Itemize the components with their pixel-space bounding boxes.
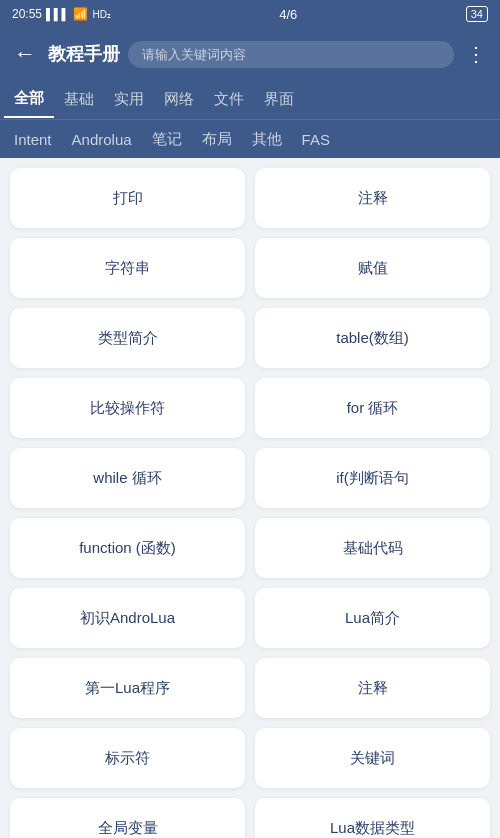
signal-icon: ▌▌▌: [46, 8, 69, 20]
tab-ui[interactable]: 界面: [254, 82, 304, 117]
list-item[interactable]: 赋值: [255, 238, 490, 298]
list-item[interactable]: 标示符: [10, 728, 245, 788]
list-item[interactable]: if(判断语句: [255, 448, 490, 508]
tab-bar-primary: 全部 基础 实用 网络 文件 界面: [0, 80, 500, 120]
page-title: 教程手册: [48, 42, 120, 66]
page-indicator: 4/6: [279, 7, 297, 22]
list-item[interactable]: for 循环: [255, 378, 490, 438]
list-item[interactable]: Lua数据类型: [255, 798, 490, 838]
tab-bar-secondary: Intent Androlua 笔记 布局 其他 FAS: [0, 120, 500, 158]
tab-all[interactable]: 全部: [4, 81, 54, 118]
tab-practical[interactable]: 实用: [104, 82, 154, 117]
tab-intent[interactable]: Intent: [4, 123, 62, 156]
app-header: ← 教程手册 ⋮: [0, 28, 500, 80]
tab-layout[interactable]: 布局: [192, 122, 242, 157]
search-input[interactable]: [128, 41, 454, 68]
list-item[interactable]: while 循环: [10, 448, 245, 508]
list-item[interactable]: table(数组): [255, 308, 490, 368]
status-left: 20:55 ▌▌▌ 📶 HD₂: [12, 7, 111, 21]
battery-indicator: 34: [466, 6, 488, 22]
list-item[interactable]: function (函数): [10, 518, 245, 578]
wifi-icon: 📶: [73, 7, 88, 21]
tab-notes[interactable]: 笔记: [142, 122, 192, 157]
tab-basic[interactable]: 基础: [54, 82, 104, 117]
time-display: 20:55: [12, 7, 42, 21]
tab-file[interactable]: 文件: [204, 82, 254, 117]
back-button[interactable]: ←: [10, 37, 40, 71]
tab-network[interactable]: 网络: [154, 82, 204, 117]
status-bar: 20:55 ▌▌▌ 📶 HD₂ 4/6 34: [0, 0, 500, 28]
list-item[interactable]: 初识AndroLua: [10, 588, 245, 648]
content-grid: 打印注释字符串赋值类型简介table(数组)比较操作符for 循环while 循…: [0, 158, 500, 838]
list-item[interactable]: 注释: [255, 658, 490, 718]
list-item[interactable]: 字符串: [10, 238, 245, 298]
list-item[interactable]: 全局变量: [10, 798, 245, 838]
list-item[interactable]: 注释: [255, 168, 490, 228]
list-item[interactable]: Lua简介: [255, 588, 490, 648]
tab-androlua[interactable]: Androlua: [62, 123, 142, 156]
tab-fas[interactable]: FAS: [292, 123, 340, 156]
list-item[interactable]: 比较操作符: [10, 378, 245, 438]
list-item[interactable]: 第一Lua程序: [10, 658, 245, 718]
list-item[interactable]: 类型简介: [10, 308, 245, 368]
list-item[interactable]: 基础代码: [255, 518, 490, 578]
list-item[interactable]: 关键词: [255, 728, 490, 788]
list-item[interactable]: 打印: [10, 168, 245, 228]
tab-other[interactable]: 其他: [242, 122, 292, 157]
hd-label: HD₂: [92, 9, 110, 20]
more-button[interactable]: ⋮: [462, 38, 490, 70]
